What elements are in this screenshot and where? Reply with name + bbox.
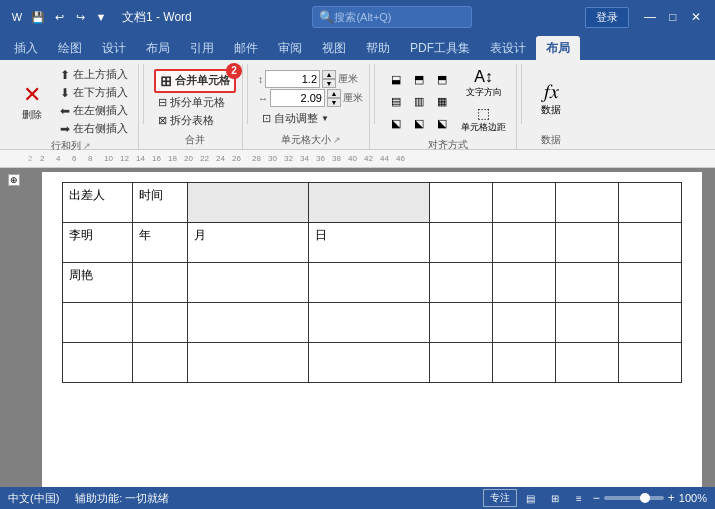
auto-fit-button[interactable]: ⊡ 自动调整 ▼	[258, 110, 363, 127]
tab-design[interactable]: 设计	[92, 36, 136, 60]
table-cell[interactable]: 时间	[132, 183, 187, 223]
customize-icon[interactable]: ▼	[92, 8, 110, 26]
tab-insert[interactable]: 插入	[4, 36, 48, 60]
tab-draw[interactable]: 绘图	[48, 36, 92, 60]
table-cell[interactable]: 年	[132, 223, 187, 263]
align-bot-center-button[interactable]: ⬕	[408, 113, 430, 133]
table-cell[interactable]	[132, 343, 187, 383]
align-top-right-button[interactable]: ⬒	[431, 69, 453, 89]
table-cell[interactable]	[62, 343, 132, 383]
data-button[interactable]: 𝑓𝑥 数据	[533, 78, 569, 119]
tab-references[interactable]: 引用	[180, 36, 224, 60]
table-cell[interactable]	[618, 223, 681, 263]
width-input[interactable]	[270, 89, 325, 107]
align-bot-left-button[interactable]: ⬕	[385, 113, 407, 133]
table-cell[interactable]	[429, 263, 492, 303]
table-cell[interactable]	[187, 183, 308, 223]
close-button[interactable]: ✕	[685, 6, 707, 28]
cell-margin-button[interactable]: ⬚ 单元格边距	[457, 103, 510, 136]
table-cell[interactable]	[555, 303, 618, 343]
table-cell[interactable]	[429, 223, 492, 263]
table-cell[interactable]	[429, 303, 492, 343]
zoom-thumb[interactable]	[640, 493, 650, 503]
table-cell[interactable]	[308, 183, 429, 223]
tab-table-design[interactable]: 表设计	[480, 36, 536, 60]
width-spin-down[interactable]: ▼	[327, 98, 341, 107]
move-handle[interactable]: ⊕	[8, 174, 20, 186]
split-cells-button[interactable]: ⊟ 拆分单元格	[154, 94, 236, 111]
table-cell[interactable]	[555, 263, 618, 303]
tab-layout-table[interactable]: 布局	[536, 36, 580, 60]
table-cell[interactable]	[555, 183, 618, 223]
align-top-center-button[interactable]: ⬒	[408, 69, 430, 89]
tab-review[interactable]: 审阅	[268, 36, 312, 60]
insert-below-button[interactable]: ⬇ 在下方插入	[56, 84, 132, 101]
table-cell[interactable]	[429, 343, 492, 383]
align-top-left-button[interactable]: ⬓	[385, 69, 407, 89]
minimize-button[interactable]: —	[639, 6, 661, 28]
table-cell[interactable]	[492, 343, 555, 383]
table-cell[interactable]	[132, 303, 187, 343]
table-cell[interactable]	[308, 303, 429, 343]
table-cell[interactable]	[187, 263, 308, 303]
table-cell[interactable]	[492, 183, 555, 223]
merge-cells-button[interactable]: ⊞ 合并单元格 2	[154, 69, 236, 93]
search-box[interactable]: 🔍	[312, 6, 472, 28]
align-bot-right-button[interactable]: ⬕	[431, 113, 453, 133]
undo-icon[interactable]: ↩	[50, 8, 68, 26]
ribbon-group-cell-size: ↕ ▲ ▼ 厘米 ↔ ▲ ▼ 厘米	[252, 64, 370, 149]
insert-right-button[interactable]: ➡ 在右侧插入	[56, 120, 132, 137]
width-spin-up[interactable]: ▲	[327, 89, 341, 98]
table-cell[interactable]	[492, 223, 555, 263]
height-spin-down[interactable]: ▼	[322, 79, 336, 88]
align-mid-right-button[interactable]: ▦	[431, 91, 453, 111]
view-web-button[interactable]: ⊞	[545, 490, 565, 506]
align-mid-left-button[interactable]: ▤	[385, 91, 407, 111]
tab-pdf[interactable]: PDF工具集	[400, 36, 480, 60]
table-cell[interactable]	[308, 343, 429, 383]
table-cell[interactable]	[618, 343, 681, 383]
zoom-in-icon[interactable]: +	[668, 491, 675, 505]
tab-layout-page[interactable]: 布局	[136, 36, 180, 60]
table-cell[interactable]	[492, 263, 555, 303]
view-print-button[interactable]: ▤	[521, 490, 541, 506]
align-mid-center-button[interactable]: ▥	[408, 91, 430, 111]
height-spin-up[interactable]: ▲	[322, 70, 336, 79]
tab-help[interactable]: 帮助	[356, 36, 400, 60]
table-cell[interactable]	[132, 263, 187, 303]
save-icon[interactable]: 💾	[29, 8, 47, 26]
table-cell[interactable]	[555, 343, 618, 383]
table-cell[interactable]: 周艳	[62, 263, 132, 303]
table-cell[interactable]: 日	[308, 223, 429, 263]
tab-mail[interactable]: 邮件	[224, 36, 268, 60]
table-cell[interactable]	[618, 263, 681, 303]
table-cell[interactable]	[308, 263, 429, 303]
maximize-button[interactable]: □	[662, 6, 684, 28]
delete-button[interactable]: ✕ 删除	[10, 78, 54, 126]
text-direction-button[interactable]: A↕ 文字方向	[457, 66, 510, 101]
table-cell[interactable]	[187, 303, 308, 343]
table-cell[interactable]	[492, 303, 555, 343]
zoom-out-icon[interactable]: −	[593, 491, 600, 505]
search-input[interactable]	[334, 11, 454, 23]
table-cell[interactable]	[429, 183, 492, 223]
redo-icon[interactable]: ↪	[71, 8, 89, 26]
table-cell[interactable]	[187, 343, 308, 383]
table-cell[interactable]: 月	[187, 223, 308, 263]
cell-size-expand-icon[interactable]: ↗	[333, 135, 341, 145]
zoom-slider[interactable]	[604, 496, 664, 500]
table-cell[interactable]	[62, 303, 132, 343]
table-cell[interactable]	[618, 303, 681, 343]
login-button[interactable]: 登录	[585, 7, 629, 28]
table-cell[interactable]	[618, 183, 681, 223]
insert-above-button[interactable]: ⬆ 在上方插入	[56, 66, 132, 83]
table-cell[interactable]: 出差人	[62, 183, 132, 223]
split-table-button[interactable]: ⊠ 拆分表格	[154, 112, 236, 129]
table-cell[interactable]: 李明	[62, 223, 132, 263]
view-read-button[interactable]: ≡	[569, 490, 589, 506]
height-input[interactable]	[265, 70, 320, 88]
insert-left-button[interactable]: ⬅ 在左侧插入	[56, 102, 132, 119]
tab-view[interactable]: 视图	[312, 36, 356, 60]
table-cell[interactable]	[555, 223, 618, 263]
focus-button[interactable]: 专注	[483, 489, 517, 507]
